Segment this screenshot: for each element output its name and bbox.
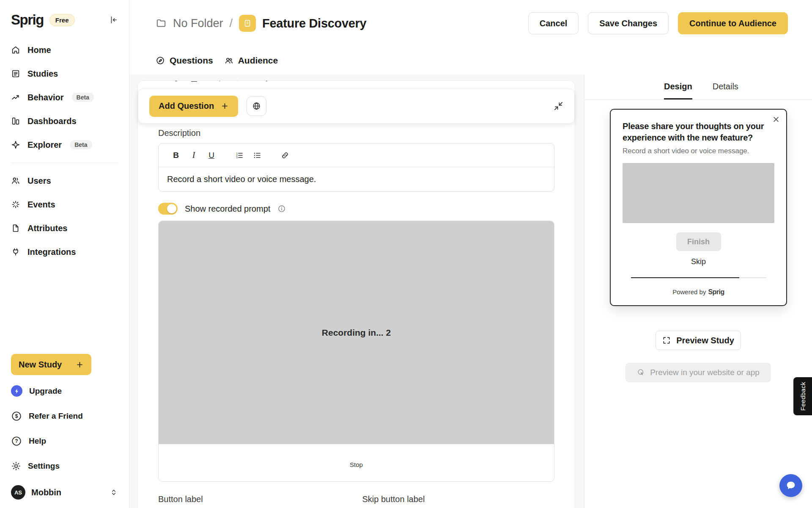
sidebar-item-label: Settings <box>28 461 60 471</box>
page-title: Feature Discovery <box>262 17 366 30</box>
continue-to-audience-button[interactable]: Continue to Audience <box>678 12 788 34</box>
preview-finish-button[interactable]: Finish <box>676 232 721 251</box>
add-question-bar: Add Question <box>138 88 575 124</box>
sidebar-nav-secondary: Users Events Attributes Integrations <box>0 169 129 264</box>
sidebar-item-settings[interactable]: Settings <box>0 453 129 478</box>
description-input[interactable]: Record a short video or voice message. <box>159 167 554 191</box>
plus-icon <box>221 102 229 110</box>
sidebar-item-help[interactable]: ? Help <box>0 428 129 453</box>
link-icon[interactable] <box>261 81 275 86</box>
new-study-label: New Study <box>19 360 62 370</box>
beta-badge: Beta <box>72 93 94 102</box>
preview-study-button[interactable]: Preview Study <box>656 331 741 350</box>
rich-text-toolbar: B I U 123 <box>159 144 554 167</box>
unfold-more-icon <box>110 488 118 497</box>
skip-button-label-text: Skip button label <box>362 494 555 504</box>
sidebar-item-label: Explorer <box>27 140 62 150</box>
sidebar-footer-nav: Upgrade $ Refer a Friend ? Help Settings <box>0 378 129 478</box>
sidebar-item-label: Home <box>27 45 51 55</box>
close-icon[interactable] <box>772 115 780 124</box>
chat-fab-button[interactable] <box>779 474 802 497</box>
integrations-icon <box>11 247 20 257</box>
tab-design[interactable]: Design <box>664 75 692 99</box>
recorded-prompt-row: Show recorded prompt <box>158 203 554 215</box>
tab-details[interactable]: Details <box>713 75 738 99</box>
study-tabs: Questions Audience <box>129 47 812 75</box>
preview-in-app-button[interactable]: Preview in your website or app <box>625 363 771 382</box>
dashboards-icon <box>11 116 20 126</box>
italic-icon[interactable]: I <box>187 148 201 163</box>
breadcrumb-separator: / <box>230 17 233 30</box>
save-changes-button[interactable]: Save Changes <box>588 12 669 34</box>
collapse-question-icon[interactable] <box>554 101 563 111</box>
sidebar-item-attributes[interactable]: Attributes <box>4 216 125 240</box>
info-icon[interactable] <box>277 204 286 213</box>
sidebar-item-label: Users <box>27 176 51 186</box>
upgrade-lightning-icon <box>11 385 22 397</box>
sidebar-item-home[interactable]: Home <box>4 38 125 62</box>
sidebar-item-explorer[interactable]: Explorer Beta <box>4 133 125 157</box>
tab-questions-label: Questions <box>170 55 213 66</box>
tab-audience-label: Audience <box>238 55 278 66</box>
pointer-globe-icon <box>637 368 645 377</box>
recording-widget: Recording in... 2 Stop <box>158 221 554 482</box>
svg-text:3: 3 <box>236 156 238 158</box>
sidebar-item-studies[interactable]: Studies <box>4 62 125 86</box>
sidebar-item-events[interactable]: Events <box>4 193 125 216</box>
sidebar-item-upgrade[interactable]: Upgrade <box>0 378 129 403</box>
sidebar-item-label: Integrations <box>27 247 76 257</box>
preview-skip-link[interactable]: Skip <box>623 257 774 266</box>
plan-badge: Free <box>49 14 75 26</box>
feedback-label: Feedback <box>799 382 807 411</box>
description-editor: B I U 123 Record a short video or voice … <box>158 143 554 192</box>
sidebar-item-integrations[interactable]: Integrations <box>4 240 125 264</box>
beta-badge: Beta <box>70 140 92 149</box>
question-canvas: I U 123 Add Question <box>129 75 584 508</box>
powered-by-text: Powered by <box>672 288 706 295</box>
bold-icon[interactable]: B <box>169 148 183 163</box>
question-card: I U 123 Add Question <box>137 80 575 508</box>
sidebar-header: Sprig Free <box>0 9 129 38</box>
sidebar-item-users[interactable]: Users <box>4 169 125 193</box>
bullet-list-icon[interactable] <box>250 148 264 163</box>
sidebar-item-refer[interactable]: $ Refer a Friend <box>0 403 129 428</box>
bullet-list-icon[interactable] <box>233 81 247 86</box>
header-actions: Cancel Save Changes Continue to Audience <box>528 12 788 34</box>
sidebar-collapse-icon[interactable] <box>109 15 118 25</box>
link-icon[interactable] <box>278 148 292 163</box>
pencil-icon <box>156 56 165 65</box>
preview-progress-bar <box>631 277 766 278</box>
feedback-tab[interactable]: Feedback <box>793 377 812 415</box>
stop-label: Stop <box>350 461 363 468</box>
cancel-button[interactable]: Cancel <box>528 12 579 34</box>
account-switcher[interactable]: AS Mobbin <box>0 478 129 508</box>
language-globe-button[interactable] <box>247 96 266 116</box>
tab-audience[interactable]: Audience <box>224 55 278 66</box>
events-icon <box>11 200 20 209</box>
studies-icon <box>11 69 20 78</box>
sprig-brand-mark: Sprig <box>708 288 724 295</box>
sidebar-item-behavior[interactable]: Behavior Beta <box>4 86 125 109</box>
sidebar-item-label: Dashboards <box>27 116 77 126</box>
plus-icon <box>76 361 84 369</box>
tab-questions[interactable]: Questions <box>156 55 213 66</box>
users-icon <box>11 176 20 185</box>
preview-in-app-label: Preview in your website or app <box>650 368 760 377</box>
underline-icon[interactable]: U <box>187 81 201 86</box>
ordered-list-icon[interactable]: 123 <box>215 81 229 86</box>
behavior-icon <box>11 93 20 102</box>
sidebar-item-dashboards[interactable]: Dashboards <box>4 109 125 133</box>
italic-icon[interactable]: I <box>169 81 184 86</box>
page-header: No Folder / Feature Discovery Cancel Sav… <box>129 0 812 47</box>
sidebar-item-label: Upgrade <box>29 387 62 396</box>
new-study-button[interactable]: New Study <box>11 354 91 375</box>
ordered-list-icon[interactable]: 123 <box>232 148 247 163</box>
preview-panel: Design Details Please share your thought… <box>584 75 812 508</box>
powered-by-footer: Powered bySprig <box>623 288 774 296</box>
underline-icon[interactable]: U <box>204 148 219 163</box>
button-label-fields: Button label Skip button label <box>158 494 554 508</box>
study-type-icon <box>239 15 256 32</box>
add-question-button[interactable]: Add Question <box>149 96 238 117</box>
show-recorded-prompt-toggle[interactable] <box>158 203 178 215</box>
breadcrumb-folder[interactable]: No Folder <box>173 17 223 30</box>
